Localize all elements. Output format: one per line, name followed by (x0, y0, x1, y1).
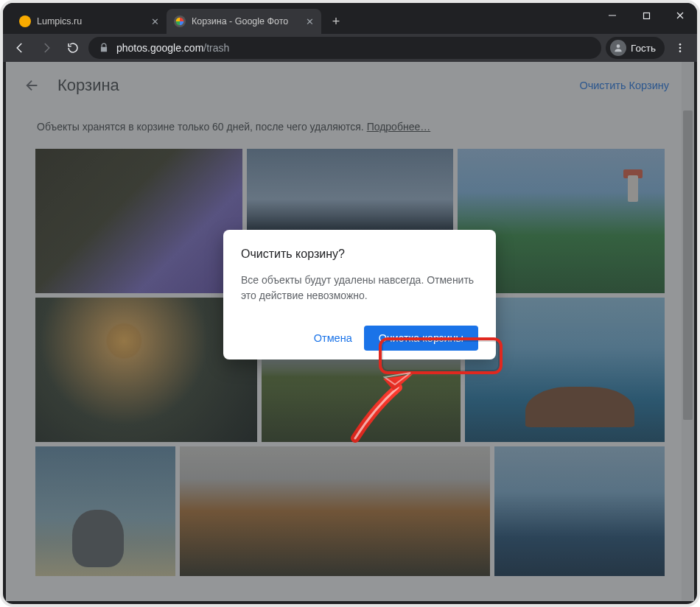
forward-button[interactable] (35, 37, 57, 59)
close-window-button[interactable] (663, 3, 697, 28)
url-text: photos.google.com/trash (116, 42, 229, 54)
confirm-empty-button[interactable]: Очистка корзины (364, 326, 478, 351)
profile-badge[interactable]: Гость (606, 37, 665, 59)
lock-icon (99, 43, 109, 53)
tab-strip: Lumpics.ru ✕ Корзина - Google Фото ✕ + (3, 3, 697, 34)
dialog-title: Очистить корзину? (241, 248, 478, 261)
reload-button[interactable] (62, 37, 84, 59)
window-controls (595, 3, 697, 28)
browser-window: Lumpics.ru ✕ Корзина - Google Фото ✕ + (0, 0, 700, 607)
confirm-empty-trash-dialog: Очистить корзину? Все объекты будут удал… (223, 230, 496, 359)
svg-point-6 (679, 47, 682, 49)
svg-point-7 (679, 50, 682, 52)
kebab-menu-icon[interactable] (669, 37, 691, 59)
close-tab-icon[interactable]: ✕ (304, 16, 315, 27)
avatar-icon (610, 40, 626, 56)
dialog-actions: Отмена Очистка корзины (241, 326, 478, 351)
page-content: Корзина Очистить Корзину Объекты хранятс… (6, 62, 694, 601)
maximize-button[interactable] (629, 3, 663, 28)
favicon-google-photos (174, 15, 186, 27)
svg-rect-1 (643, 13, 649, 18)
svg-point-5 (679, 43, 682, 46)
back-button[interactable] (9, 37, 31, 59)
close-tab-icon[interactable]: ✕ (149, 16, 161, 27)
minimize-button[interactable] (595, 3, 629, 28)
dialog-body: Все объекты будут удалены навсегда. Отме… (241, 273, 478, 304)
favicon-lumpics (19, 15, 31, 27)
tab-title: Lumpics.ru (37, 16, 143, 27)
tab-title: Корзина - Google Фото (192, 16, 298, 27)
tab-lumpics[interactable]: Lumpics.ru ✕ (12, 9, 167, 34)
new-tab-button[interactable]: + (326, 11, 346, 32)
profile-label: Гость (631, 43, 656, 54)
svg-point-4 (617, 44, 620, 48)
cancel-button[interactable]: Отмена (305, 326, 361, 350)
address-bar[interactable]: photos.google.com/trash (88, 37, 601, 59)
tab-google-photos[interactable]: Корзина - Google Фото ✕ (167, 9, 321, 34)
browser-toolbar: photos.google.com/trash Гость (3, 34, 697, 62)
